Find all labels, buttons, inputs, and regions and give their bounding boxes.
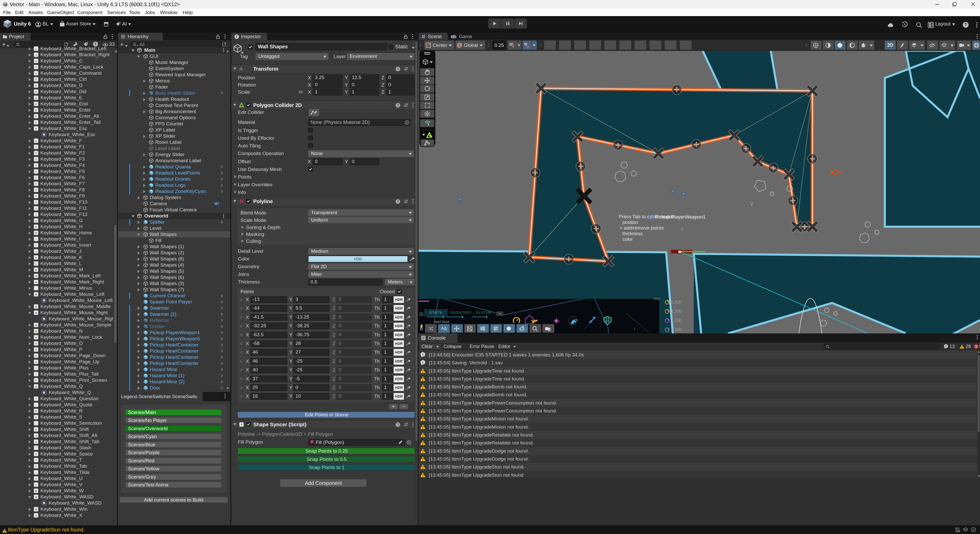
svg-text:P: P xyxy=(35,379,37,382)
svg-text:?: ? xyxy=(397,423,399,427)
svg-text:F: F xyxy=(35,189,37,191)
svg-text:?: ? xyxy=(397,67,399,71)
svg-text:;: ; xyxy=(36,422,37,425)
svg-text:M: M xyxy=(35,269,37,271)
svg-text:C: C xyxy=(35,60,37,62)
svg-text:C: C xyxy=(35,66,37,69)
svg-text:O: O xyxy=(35,342,37,345)
svg-text:F: F xyxy=(35,164,37,167)
svg-text:E: E xyxy=(35,109,37,112)
svg-text:~: ~ xyxy=(35,471,37,474)
svg-text:L: L xyxy=(35,263,37,265)
svg-text:F: F xyxy=(35,183,37,185)
svg-text:F: F xyxy=(35,171,37,173)
svg-text:T: T xyxy=(35,459,37,462)
svg-text:V: V xyxy=(35,484,37,486)
svg-text:F: F xyxy=(35,152,37,155)
svg-text:E: E xyxy=(35,115,37,118)
svg-text:E: E xyxy=(35,128,37,130)
svg-text:+: + xyxy=(35,373,37,376)
svg-text:F: F xyxy=(35,158,37,161)
svg-text:-: - xyxy=(36,287,37,290)
svg-text:F: F xyxy=(35,140,37,142)
svg-text:W: W xyxy=(35,508,37,511)
svg-text:postion: postion xyxy=(622,220,638,225)
svg-text:S: S xyxy=(35,441,37,443)
svg-text:I: I xyxy=(36,244,37,247)
svg-text:E: E xyxy=(35,121,37,124)
svg-text:H: H xyxy=(35,226,37,228)
svg-text:M: M xyxy=(35,306,37,308)
svg-text:T: T xyxy=(35,465,37,468)
svg-text:m: m xyxy=(35,281,37,284)
svg-text:thickness: thickness xyxy=(622,231,643,236)
svg-text:J: J xyxy=(35,250,37,253)
svg-text:U: U xyxy=(35,477,37,480)
svg-text:N: N xyxy=(35,330,37,333)
svg-text:W: W xyxy=(35,490,37,492)
svg-text:F: F xyxy=(35,146,37,148)
svg-text:C: C xyxy=(35,72,37,75)
svg-text:Y: Y xyxy=(512,45,514,48)
svg-text:m: m xyxy=(35,275,37,277)
svg-text:P: P xyxy=(35,355,37,357)
svg-text:F: F xyxy=(35,177,37,179)
svg-text:Pickup PlayerWeapon1: Pickup PlayerWeapon1 xyxy=(655,214,706,220)
svg-text:1: 1 xyxy=(35,207,37,210)
svg-text:X: X xyxy=(35,514,37,517)
svg-text:?: ? xyxy=(35,398,37,400)
svg-text:I: I xyxy=(36,238,37,241)
svg-text:E: E xyxy=(35,103,37,105)
svg-text:?: ? xyxy=(964,22,967,27)
svg-text:M: M xyxy=(35,324,37,327)
svg-text:1: 1 xyxy=(35,214,37,216)
svg-text:L: L xyxy=(35,48,37,50)
svg-text:color: color xyxy=(622,236,633,242)
svg-text:?: ? xyxy=(397,200,399,203)
svg-text:J: J xyxy=(35,54,37,56)
svg-text:D: D xyxy=(35,91,37,93)
svg-text:W: W xyxy=(35,496,37,499)
svg-text:?: ? xyxy=(397,104,399,107)
svg-text:P: P xyxy=(35,349,37,351)
svg-text:S: S xyxy=(35,434,37,437)
svg-text:Q: Q xyxy=(35,385,37,388)
svg-text:G: G xyxy=(35,220,37,222)
svg-text:K: K xyxy=(35,257,37,259)
svg-text:C: C xyxy=(35,78,37,81)
svg-text:+: + xyxy=(35,367,37,370)
svg-text:P: P xyxy=(35,361,37,363)
svg-text:R: R xyxy=(35,410,37,413)
svg-text:1: 1 xyxy=(35,201,37,204)
svg-text:S: S xyxy=(35,453,37,456)
svg-text:M: M xyxy=(35,312,37,314)
svg-text:S: S xyxy=(35,428,37,431)
svg-text:M: M xyxy=(35,293,37,296)
svg-text:E: E xyxy=(35,97,37,99)
svg-text:D: D xyxy=(35,84,37,87)
svg-text:#: # xyxy=(241,423,242,426)
svg-text:S: S xyxy=(35,416,37,419)
svg-text:N: N xyxy=(35,336,37,339)
svg-text:': ' xyxy=(36,404,36,406)
svg-text:F: F xyxy=(35,195,37,198)
svg-text:H: H xyxy=(35,232,37,234)
svg-text:> add/remove points: > add/remove points xyxy=(620,225,664,231)
